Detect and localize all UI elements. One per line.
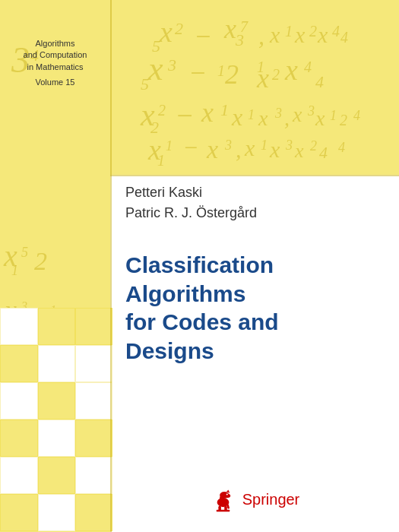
- mosaic-cell: [0, 382, 38, 420]
- title-line4: Designs: [125, 338, 214, 363]
- mosaic-cell: [75, 420, 112, 457]
- svg-text:2: 2: [150, 118, 159, 137]
- svg-text:x: x: [206, 135, 218, 163]
- svg-point-96: [226, 493, 227, 495]
- series-line3: in Mathematics: [27, 62, 84, 71]
- svg-text:3: 3: [224, 138, 232, 153]
- springer-logo: Springer: [210, 486, 300, 513]
- svg-text:x: x: [294, 140, 304, 162]
- svg-text:x: x: [292, 103, 302, 126]
- mosaic-cell: [0, 420, 38, 457]
- svg-text:2: 2: [272, 66, 280, 83]
- title-section: Classification Algorithms for Codes and …: [125, 251, 388, 365]
- svg-text:x: x: [147, 50, 163, 87]
- mosaic-cell: [0, 494, 38, 531]
- mosaic-cell: [75, 345, 112, 382]
- svg-text:1: 1: [261, 138, 268, 153]
- svg-text:4: 4: [315, 72, 324, 91]
- svg-text:x: x: [294, 22, 306, 47]
- mosaic-cell: [0, 308, 38, 345]
- series-title: Algorithms and Computation in Mathematic…: [11, 38, 99, 73]
- mosaic-cell: [75, 382, 112, 420]
- svg-text:7: 7: [240, 18, 249, 35]
- svg-text:x: x: [140, 97, 155, 132]
- svg-text:−: −: [194, 21, 212, 52]
- svg-text:1: 1: [330, 108, 337, 123]
- content-divider: [110, 175, 399, 176]
- svg-text:3: 3: [307, 103, 315, 119]
- svg-text:4: 4: [340, 29, 348, 46]
- mosaic-cell: [75, 457, 112, 494]
- svg-text:x: x: [256, 63, 269, 93]
- sidebar-divider: [110, 0, 112, 532]
- svg-text:5: 5: [21, 245, 28, 260]
- author1: Petteri Kaski: [125, 182, 391, 203]
- svg-text:4: 4: [319, 143, 328, 162]
- mosaic-cell: [38, 420, 75, 457]
- svg-text:,: ,: [258, 22, 264, 49]
- svg-text:x: x: [269, 137, 280, 162]
- mosaic-cell: [0, 345, 38, 382]
- svg-text:1: 1: [11, 263, 18, 278]
- svg-text:3: 3: [285, 138, 293, 153]
- svg-text:3: 3: [274, 106, 282, 121]
- svg-text:−: −: [188, 58, 207, 88]
- svg-text:−: −: [182, 134, 199, 161]
- series-line1: Algorithms: [36, 39, 75, 48]
- svg-text:1: 1: [248, 107, 255, 122]
- svg-text:2: 2: [340, 112, 347, 128]
- mosaic-cell: [38, 494, 75, 531]
- authors-section: Petteri Kaski Patric R. J. Östergård: [125, 182, 391, 223]
- svg-text:x: x: [244, 135, 255, 160]
- svg-text:1: 1: [257, 59, 264, 75]
- mosaic-cell: [38, 457, 75, 494]
- svg-text:4: 4: [338, 140, 345, 155]
- volume-label: Volume 15: [11, 78, 99, 87]
- svg-text:x: x: [284, 54, 298, 86]
- mosaic-cell: [38, 345, 75, 382]
- svg-text:x: x: [147, 134, 161, 166]
- series-line2: and Computation: [24, 50, 87, 59]
- publisher-name: Springer: [242, 491, 300, 508]
- svg-text:−: −: [175, 100, 195, 131]
- mosaic-cell: [75, 494, 112, 531]
- svg-text:x: x: [231, 103, 242, 131]
- svg-text:5: 5: [152, 36, 160, 55]
- svg-text:5: 5: [141, 74, 149, 93]
- mosaic-grid: [0, 308, 112, 532]
- mosaic-cell: [75, 308, 112, 345]
- book-cover: .ms { font-family: 'Times New Roman', se…: [0, 0, 399, 532]
- svg-text:3: 3: [167, 55, 176, 74]
- series-box: Algorithms and Computation in Mathematic…: [11, 38, 99, 87]
- svg-text:3: 3: [235, 30, 244, 49]
- mosaic-cell: [0, 457, 38, 494]
- svg-text:1: 1: [220, 100, 229, 119]
- svg-text:1: 1: [285, 23, 293, 40]
- svg-text:1: 1: [217, 62, 225, 79]
- svg-text:2: 2: [175, 19, 183, 38]
- mosaic-cell: [38, 382, 75, 420]
- svg-text:4: 4: [304, 59, 312, 75]
- springer-horse-icon: [210, 486, 236, 513]
- svg-text:x: x: [258, 106, 268, 130]
- author2: Patric R. J. Östergård: [125, 203, 391, 223]
- svg-text:2: 2: [225, 59, 239, 90]
- springer-footer: Springer: [110, 486, 399, 513]
- svg-text:x: x: [201, 97, 214, 128]
- svg-text:1: 1: [157, 152, 165, 169]
- book-title: Classification Algorithms for Codes and …: [125, 251, 388, 365]
- svg-text:1: 1: [166, 138, 173, 154]
- svg-text:,: ,: [236, 137, 242, 162]
- svg-text:x: x: [3, 239, 17, 273]
- svg-text:x: x: [315, 106, 325, 130]
- svg-text:x: x: [159, 16, 173, 48]
- svg-text:4: 4: [353, 108, 360, 123]
- svg-text:2: 2: [158, 102, 166, 119]
- svg-text:,: ,: [284, 106, 290, 130]
- svg-text:2: 2: [309, 23, 317, 40]
- svg-text:4: 4: [332, 23, 340, 40]
- title-line3: for Codes and: [125, 309, 279, 334]
- svg-text:x: x: [317, 22, 328, 47]
- title-line1: Classification: [125, 252, 274, 277]
- svg-text:2: 2: [34, 247, 47, 275]
